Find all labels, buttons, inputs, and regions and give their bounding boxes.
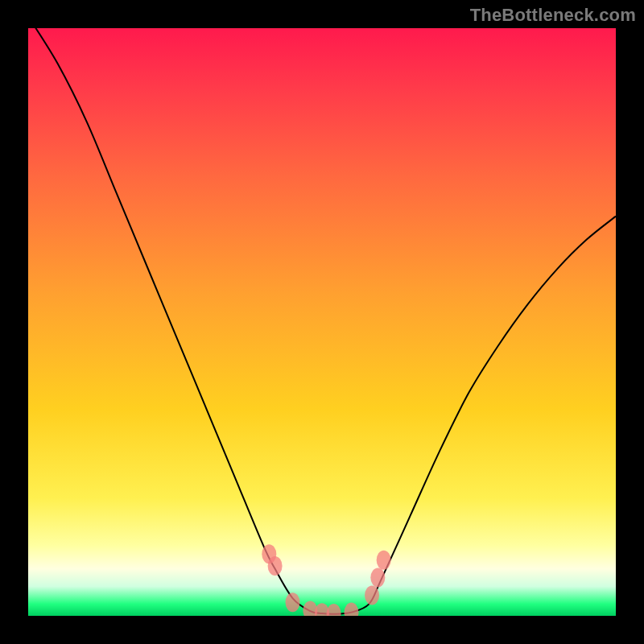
data-marker (370, 568, 385, 588)
plot-area (28, 28, 616, 616)
chart-frame: TheBottleneck.com (0, 0, 644, 644)
data-marker (365, 585, 379, 605)
data-marker (268, 556, 283, 576)
watermark-text: TheBottleneck.com (470, 5, 636, 26)
data-marker (345, 603, 359, 616)
bottleneck-curve (28, 28, 616, 616)
data-marker (327, 604, 341, 616)
data-marker (377, 551, 391, 570)
data-marker (286, 592, 300, 612)
